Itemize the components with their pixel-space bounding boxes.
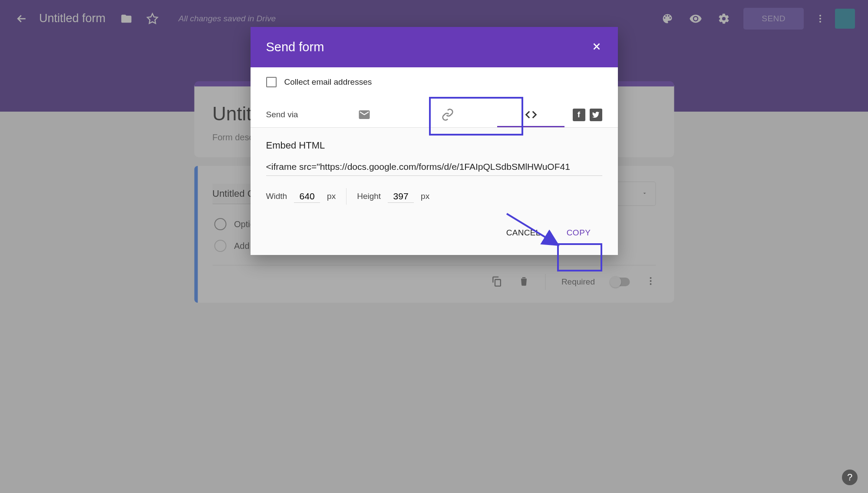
send-via-tabs: [323, 102, 573, 127]
dialog-title: Send form: [266, 40, 324, 54]
send-via-label: Send via: [266, 110, 323, 119]
tab-email[interactable]: [323, 102, 406, 127]
copy-button[interactable]: COPY: [555, 223, 602, 243]
help-fab[interactable]: ?: [842, 470, 858, 485]
facebook-icon[interactable]: f: [573, 109, 585, 121]
dim-separator: [346, 188, 347, 205]
dimensions-row: Width px Height px: [266, 188, 602, 205]
px-label-2: px: [421, 192, 429, 201]
width-input[interactable]: [294, 190, 320, 203]
embed-section: Embed HTML Width px Height px: [251, 128, 618, 214]
social-share: f: [573, 109, 602, 121]
close-icon[interactable]: [591, 41, 602, 54]
collect-emails-row[interactable]: Collect email addresses: [251, 67, 618, 97]
collect-emails-label: Collect email addresses: [284, 77, 372, 87]
twitter-icon[interactable]: [590, 109, 602, 121]
tab-link[interactable]: [406, 102, 489, 127]
px-label: px: [327, 192, 336, 201]
embed-html-title: Embed HTML: [266, 140, 602, 151]
height-input[interactable]: [388, 190, 414, 203]
dialog-footer: CANCEL COPY: [251, 214, 618, 255]
tab-embed[interactable]: [489, 102, 573, 127]
checkbox-icon[interactable]: [266, 77, 277, 87]
send-via-row: Send via f: [251, 97, 618, 128]
height-label: Height: [357, 192, 381, 201]
send-form-dialog: Send form Collect email addresses Send v…: [251, 27, 618, 255]
cancel-button[interactable]: CANCEL: [506, 228, 541, 238]
embed-code-input[interactable]: [266, 160, 602, 176]
dialog-header: Send form: [251, 27, 618, 67]
width-label: Width: [266, 192, 287, 201]
